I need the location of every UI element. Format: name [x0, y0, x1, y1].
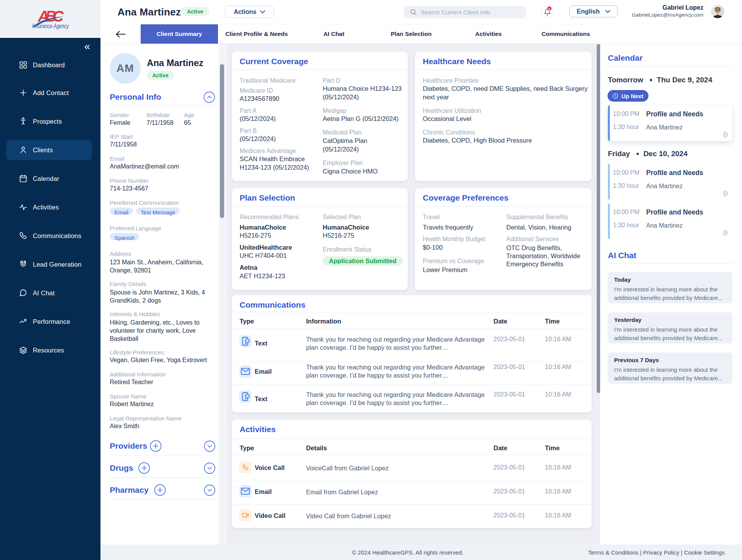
svg-text:Insurance Agency: Insurance Agency	[32, 23, 69, 29]
